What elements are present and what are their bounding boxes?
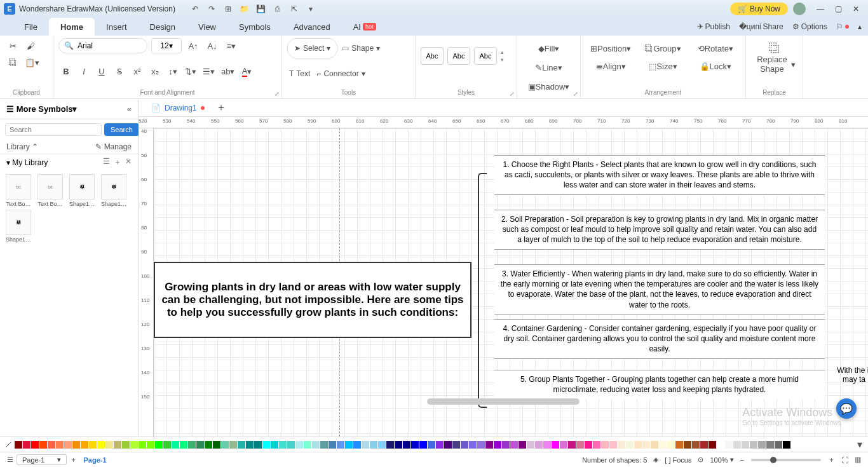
menu-design[interactable]: Design bbox=[139, 18, 187, 36]
tip-shape-1[interactable]: 1. Choose the Right Plants - Select plan… bbox=[494, 155, 825, 195]
close-button[interactable]: ✕ bbox=[848, 2, 864, 16]
color-swatch[interactable] bbox=[601, 441, 609, 449]
color-swatch[interactable] bbox=[345, 441, 353, 449]
open-button[interactable]: 📁 bbox=[238, 2, 252, 16]
color-swatch[interactable] bbox=[295, 441, 303, 449]
color-swatch[interactable] bbox=[436, 441, 444, 449]
font-name-select[interactable]: 🔍 Arial bbox=[58, 38, 147, 53]
color-swatch[interactable] bbox=[552, 441, 559, 449]
styles-group-expand[interactable]: ⤢ bbox=[510, 91, 515, 97]
subscript-button[interactable]: x₂ bbox=[147, 64, 163, 79]
color-swatch[interactable] bbox=[353, 441, 361, 449]
library-list-view[interactable]: ☰ bbox=[103, 157, 110, 168]
maximize-button[interactable]: ▢ bbox=[830, 2, 846, 16]
color-swatch[interactable] bbox=[196, 441, 204, 449]
color-swatch[interactable] bbox=[97, 441, 105, 449]
highlight-button[interactable]: ab▾ bbox=[219, 64, 236, 79]
shape-thumb-3[interactable]: 👨‍👩‍👧Shape1… bbox=[99, 174, 128, 207]
color-swatch[interactable] bbox=[725, 441, 733, 449]
bold-button[interactable]: B bbox=[58, 64, 74, 79]
color-swatch[interactable] bbox=[659, 441, 667, 449]
page-tab[interactable]: Page-1 bbox=[80, 456, 109, 464]
color-swatch[interactable] bbox=[651, 441, 658, 449]
zoom-level[interactable]: 100% ▾ bbox=[707, 456, 736, 464]
color-swatch[interactable] bbox=[81, 441, 88, 449]
print-button[interactable]: ⎙ bbox=[271, 2, 285, 16]
grow-font-button[interactable]: A↑ bbox=[186, 38, 201, 53]
share-link[interactable]: �ципі Share bbox=[739, 22, 783, 31]
canvas[interactable]: Growing plants in dry land or areas with… bbox=[154, 128, 868, 437]
shape-thumb-4[interactable]: 👨‍👩‍👧Shape1… bbox=[4, 210, 33, 243]
font-group-expand[interactable]: ⤢ bbox=[275, 91, 280, 97]
color-swatch[interactable] bbox=[775, 441, 782, 449]
main-text-shape[interactable]: Growing plants in dry land or areas with… bbox=[154, 262, 471, 338]
color-swatch[interactable] bbox=[684, 441, 691, 449]
line-button[interactable]: ✎ Line ▾ bbox=[522, 60, 575, 75]
color-swatch[interactable] bbox=[519, 441, 526, 449]
shape-thumb-1[interactable]: txtText Bo… bbox=[36, 174, 65, 207]
menu-view[interactable]: View bbox=[187, 18, 227, 36]
more-symbols-toggle[interactable]: ☰ More Symbols▾ bbox=[6, 104, 77, 114]
font-size-select[interactable]: 12 ▾ bbox=[151, 38, 182, 53]
color-swatch[interactable] bbox=[320, 441, 328, 449]
bracket-connector[interactable] bbox=[478, 173, 487, 408]
shape-thumb-0[interactable]: txtText Bo… bbox=[4, 174, 33, 207]
library-add[interactable]: ＋ bbox=[114, 157, 121, 168]
library-dropdown[interactable]: Library ⌃ bbox=[6, 142, 38, 151]
tip-shape-4[interactable]: 4. Container Gardening - Consider contai… bbox=[494, 319, 825, 359]
style-scroll-up[interactable]: ▴ bbox=[501, 49, 504, 55]
fit-page-button[interactable]: ⊙ bbox=[695, 456, 707, 464]
chat-assistant-button[interactable]: 💬 bbox=[836, 398, 857, 419]
zoom-in-button[interactable]: ＋ bbox=[825, 455, 838, 464]
color-swatch[interactable] bbox=[403, 441, 410, 449]
connector-tool[interactable]: ⌐ Connector ▾ bbox=[315, 64, 367, 84]
color-swatch[interactable] bbox=[221, 441, 229, 449]
style-scroll-down[interactable]: ▾ bbox=[501, 57, 504, 63]
fill-button[interactable]: ◆ Fill ▾ bbox=[522, 41, 575, 56]
color-swatch[interactable] bbox=[634, 441, 642, 449]
color-swatch[interactable] bbox=[766, 441, 774, 449]
shape-thumb-2[interactable]: 👨‍👩‍👧Shape1… bbox=[67, 174, 97, 207]
undo-button[interactable]: ↶ bbox=[188, 2, 202, 16]
color-swatch[interactable] bbox=[444, 441, 452, 449]
color-swatch[interactable] bbox=[642, 441, 650, 449]
copy-button[interactable]: ⿻ bbox=[5, 55, 20, 70]
page-selector[interactable]: Page-1 ▾ bbox=[17, 454, 67, 465]
color-swatch[interactable] bbox=[39, 441, 47, 449]
add-document-tab[interactable]: ＋ bbox=[214, 100, 229, 116]
color-swatch[interactable] bbox=[139, 441, 146, 449]
color-swatch[interactable] bbox=[560, 441, 567, 449]
shape-tool[interactable]: ▭ Shape ▾ bbox=[340, 38, 382, 58]
color-swatch[interactable] bbox=[180, 441, 187, 449]
color-swatch[interactable] bbox=[48, 441, 55, 449]
color-swatch[interactable] bbox=[238, 441, 245, 449]
color-swatch[interactable] bbox=[105, 441, 113, 449]
collapse-panel-button[interactable]: « bbox=[127, 104, 132, 114]
color-swatch[interactable] bbox=[527, 441, 534, 449]
side-text-shape[interactable]: With the it may ta bbox=[835, 366, 868, 384]
size-button[interactable]: ⬚ Size▾ bbox=[638, 58, 688, 74]
color-swatch[interactable] bbox=[15, 441, 22, 449]
color-swatch[interactable] bbox=[213, 441, 220, 449]
color-swatch[interactable] bbox=[452, 441, 460, 449]
buy-now-button[interactable]: 🛒 Buy Now bbox=[730, 3, 788, 15]
color-swatch[interactable] bbox=[717, 441, 724, 449]
color-swatch[interactable] bbox=[758, 441, 766, 449]
position-button[interactable]: ⊞ Position▾ bbox=[586, 41, 635, 56]
color-swatch[interactable] bbox=[700, 441, 708, 449]
color-swatch[interactable] bbox=[419, 441, 427, 449]
symbol-search-input[interactable] bbox=[5, 123, 102, 136]
tip-shape-3[interactable]: 3. Water Efficiently - When watering pla… bbox=[494, 264, 825, 315]
notifications-button[interactable]: ⚐ bbox=[836, 22, 849, 31]
qat-more[interactable]: ▾ bbox=[304, 2, 318, 16]
color-swatch[interactable] bbox=[229, 441, 237, 449]
menu-symbols[interactable]: Symbols bbox=[227, 18, 282, 36]
color-swatch[interactable] bbox=[742, 441, 749, 449]
color-swatch[interactable] bbox=[262, 441, 270, 449]
panel-toggle-button[interactable]: ▥ bbox=[851, 456, 864, 464]
strikethrough-button[interactable]: S̶ bbox=[112, 64, 127, 79]
select-tool[interactable]: ➤ Select ▾ bbox=[287, 38, 337, 58]
focus-button[interactable]: [ ] Focus bbox=[661, 456, 695, 464]
color-swatch[interactable] bbox=[279, 441, 287, 449]
document-tab[interactable]: 📄 Drawing1 bbox=[142, 99, 214, 117]
